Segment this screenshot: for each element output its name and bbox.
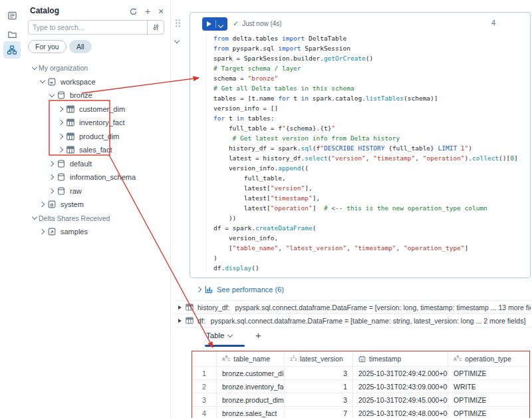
expander-triangle-icon[interactable] [178,306,182,310]
table-row: 2bronze.inventory_fact12025-10-31T02:43:… [192,380,529,393]
code-line: latest["version"], [213,183,527,193]
database-icon [56,91,66,100]
code-line: history_df = spark.sql(f"DESCRIBE HISTOR… [213,143,527,153]
cell-table-name: bronze.product_dim [217,393,285,406]
code-line: full_table = f"{schema}.{t}" [213,123,527,133]
chevron-right-icon[interactable] [57,120,65,124]
tree-item-product-dim[interactable]: product_dim [22,130,170,144]
tree-item-sales-fact[interactable]: sales_fact [22,143,170,157]
notebook-panel-icon[interactable] [3,7,21,24]
bar-chart-icon [205,286,213,294]
tree-item-label: customer_dim [79,105,125,113]
chevron-down-icon[interactable] [30,217,39,219]
catalog-icon[interactable] [3,41,21,59]
variable-row[interactable]: df:pyspark.sql.connect.dataframe.DataFra… [174,314,531,327]
add-visualization-button[interactable]: + [255,329,261,341]
tree-item-label: Delta Shares Received [39,214,110,222]
table-icon [65,132,76,141]
cell-drag-handle[interactable] [175,19,181,27]
chevron-right-icon[interactable] [47,175,56,179]
catalog-title: Catalog [30,6,59,15]
results-tab-strip: Table + [174,329,531,348]
code-line: for t in tables: [213,113,527,123]
column-header-operation_type[interactable]: ABCoperation_type [448,351,529,366]
number-type-icon: 123 [290,357,297,361]
search-input[interactable] [29,23,147,31]
chevron-right-icon[interactable] [47,162,56,166]
column-header-timestamp[interactable]: timestamp [353,351,448,366]
row-number-header [192,351,217,366]
code-line: tables = [t.name for t in spark.catalog.… [213,93,527,103]
cell-table-name: bronze.customer_dim [217,367,285,379]
results-table: ABCtable_name123latest_versiontimestampA… [192,351,530,418]
cell-operation-type: OPTIMIZE [448,367,529,379]
tree-item-information-schema[interactable]: information_schema [22,170,170,184]
chevron-right-icon[interactable] [57,148,65,152]
chevron-right-icon[interactable] [47,189,56,193]
chevron-down-icon[interactable] [38,81,47,83]
chevron-right-icon[interactable] [57,134,65,138]
cell-collapse-chevron-icon[interactable] [175,33,179,45]
expander-triangle-icon[interactable] [178,319,182,323]
tree-item-label: raw [70,187,82,195]
tab-table[interactable]: Table [206,331,232,339]
tree-item-default[interactable]: default [22,157,170,171]
filter-sliders-icon[interactable] [147,21,164,34]
chevron-right-icon[interactable] [38,202,47,206]
tree-item-label: bronze [70,91,92,99]
cell-run-status: ✓ Just now (4s) [233,19,282,28]
tree-item-samples[interactable]: samples [22,225,170,239]
filter-chip-all[interactable]: All [69,40,92,53]
chevron-right-icon[interactable] [57,107,65,111]
table-icon [65,118,76,127]
chevron-right-icon[interactable] [38,230,47,234]
catalog-tree: My organizationworkspacebronzecustomer_d… [22,61,170,239]
databricks-notebook-window: Catalog + × For you All My organizationw… [0,0,532,418]
column-header-table_name[interactable]: ABCtable_name [217,351,285,366]
code-line: ) [213,253,527,263]
see-performance-link[interactable]: See performance (6) [217,286,284,294]
catalog-search [28,20,164,35]
cell-timestamp: 2025-10-31T02:49:45.000+00:... [353,393,448,406]
add-icon[interactable]: + [142,5,154,17]
tree-item-label: information_schema [70,173,136,181]
code-line: # Get latest version info from Delta his… [213,133,527,143]
catalog-icon [47,77,57,87]
see-performance-row[interactable]: See performance (6) [198,286,284,294]
folder-icon[interactable] [3,25,21,43]
tree-item-inventory-fact[interactable]: inventory_fact [22,116,170,130]
code-line: # Target schema / layer [213,63,527,73]
cell-operation-type: OPTIMIZE [448,407,529,418]
chevron-down-icon[interactable] [47,95,56,97]
variable-type: pyspark.sql.connect.dataframe.DataFrame … [211,317,526,325]
chevron-down-icon[interactable] [30,67,39,69]
tree-item-my-organization[interactable]: My organization [22,61,170,75]
cell-operation-type: OPTIMIZE [448,393,529,406]
tree-item-delta-shares-received[interactable]: Delta Shares Received [22,212,170,226]
tree-item-bronze[interactable]: bronze [22,89,170,103]
filter-chip-for-you[interactable]: For you [28,40,66,53]
tree-item-label: inventory_fact [79,118,124,126]
code-editor[interactable]: from delta.tables import DeltaTablefrom … [206,33,527,273]
table-row: 4bronze.sales_fact72025-10-31T02:49:48.0… [192,407,529,418]
tree-item-workspace[interactable]: workspace [22,75,170,89]
refresh-icon[interactable] [127,5,139,17]
code-line: spark = SparkSession.builder.getOrCreate… [213,53,527,63]
tree-item-raw[interactable]: raw [22,184,170,198]
tree-item-customer-dim[interactable]: customer_dim [22,103,170,116]
cell-latest-version: 7 [285,407,353,418]
row-number: 2 [192,380,217,393]
code-line: version_info, [213,233,527,243]
catalog-share-icon [47,227,57,236]
column-header-latest_version[interactable]: 123latest_version [285,351,353,366]
variable-name: history_df: [198,304,229,312]
tree-item-system[interactable]: system [22,198,170,212]
variable-row[interactable]: history_df:pyspark.sql.connect.dataframe… [174,301,531,314]
close-icon[interactable]: × [155,5,167,17]
active-tab-underline [205,345,245,347]
code-line: latest = history_df.select("version", "t… [213,153,527,163]
expand-chevron-icon [196,287,201,292]
run-options-chevron-icon[interactable] [219,18,223,30]
run-cell-button[interactable] [202,17,227,31]
table-icon [65,104,76,114]
